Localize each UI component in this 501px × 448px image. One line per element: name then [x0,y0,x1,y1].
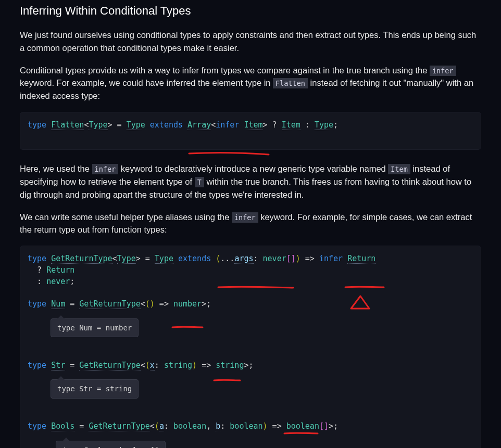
tok: : [155,361,164,370]
tok: number [173,299,202,309]
tok: ) [296,254,300,263]
code-block-getreturntype: type GetReturnType<Type> = Type extends … [20,246,481,448]
tok: ; [206,299,211,309]
paragraph-2: Conditional types provide us with a way … [20,64,481,103]
tok: type [28,421,46,431]
tok: [] [319,421,329,431]
tok: ; [333,421,338,431]
tok: ( [155,421,159,431]
inline-code-infer: infer [92,164,119,174]
tok: boolean [230,421,262,431]
section-heading: Inferring Within Conditional Types [20,0,481,19]
text: keyword to declaratively introduce a new… [118,164,388,173]
tok: : [28,277,46,286]
tok: ) [150,299,155,309]
tok: < [141,299,145,309]
tok: x [150,361,155,370]
red-underline-icon [283,431,320,436]
tok: ; [248,361,253,370]
tok: , [206,421,216,431]
tok: Type [155,254,173,264]
tok: string [164,361,192,370]
inline-code-item: Item [388,164,410,174]
tok: Type [89,120,107,130]
tok: Num [51,299,65,309]
tok: Item [282,120,300,130]
tok: never [263,254,286,263]
red-underline-icon [213,378,242,383]
tok [211,254,216,263]
inline-code-infer: infer [430,66,456,76]
tok: Type [127,120,145,130]
tok: ? [28,265,46,275]
tooltip-str: type Str = string [51,379,139,398]
tok: => [155,299,173,309]
tok: infer [319,254,343,263]
tok: ( [145,299,150,309]
tok: = [65,361,79,370]
tok: a [159,421,164,431]
tok: Array [187,120,211,130]
tok: => [268,421,286,431]
tok [46,299,51,309]
tok: : [254,254,263,263]
tok: Type [117,254,136,264]
tok: ( [145,361,150,370]
tok: Flatten [51,120,84,130]
text: Conditional types provide us with a way … [20,66,430,75]
tok: boolean [286,421,319,431]
tok: Type [315,120,333,130]
tok: type [28,120,46,130]
tok: ) [192,361,197,370]
tok: extends [150,120,183,130]
tok: > [202,299,206,309]
red-triangle-icon [348,294,372,312]
red-underline-icon [344,285,386,291]
inline-code-t: T [195,177,204,187]
tok: Return [347,254,375,264]
tok: infer [216,120,239,130]
tok: => [197,361,216,370]
tok: ... [220,254,234,263]
tok: Bools [51,421,74,431]
tok: GetReturnType [79,299,140,309]
tok: GetReturnType [89,421,149,431]
tok: type [28,299,46,309]
tok [46,421,51,431]
inline-code-flatten: Flatten [273,78,308,88]
tok: [] [286,254,296,263]
tok: type [28,361,46,370]
annotation-underline-args [217,262,295,302]
tok: : [220,421,230,431]
tok: never [46,277,70,286]
tok: Item [244,120,262,130]
tok: ; [70,277,74,286]
paragraph-3: Here, we used the infer keyword to decla… [20,162,481,201]
tok: = [112,120,127,130]
tok: type [28,254,46,263]
inline-code-infer: infer [232,212,258,223]
tok [173,254,178,263]
tok: : [300,120,315,130]
tok: : [164,421,173,431]
text: Here, we used the [20,164,92,173]
paragraph-1: We just found ourselves using conditiona… [20,29,481,55]
annotation-underline-return [344,262,386,302]
tok: < [112,254,117,263]
tok: boolean [173,421,206,431]
red-underline-icon [171,325,205,330]
tok: string [216,361,244,370]
annotation-triangle [348,271,372,323]
tok: GetReturnType [51,254,112,264]
red-underline-icon [217,285,295,291]
tok: < [150,421,155,431]
tok: > [108,120,112,130]
tok [145,120,150,130]
tooltip-num: type Num = number [51,318,139,337]
tok: GetReturnType [79,361,140,370]
text: We can write some useful helper type ali… [20,212,232,222]
tok: extends [178,254,211,263]
red-underline-icon [188,150,271,158]
tok: > [263,120,268,130]
tok: Str [51,361,65,370]
